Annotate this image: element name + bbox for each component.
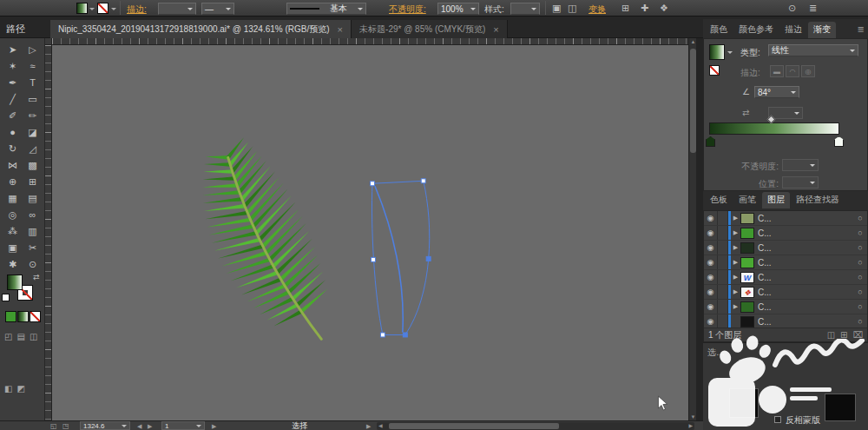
- screen-mode-icon[interactable]: ◧: [4, 384, 12, 394]
- perspective-grid-tool[interactable]: ⊞: [23, 174, 43, 190]
- zoom-dropdown[interactable]: 1324.6: [80, 421, 130, 430]
- gradient-stop-end[interactable]: [834, 136, 844, 147]
- anchor-point[interactable]: [426, 256, 431, 261]
- lock-toggle[interactable]: [718, 226, 728, 240]
- visibility-toggle-icon[interactable]: ◉: [704, 270, 718, 284]
- drawn-curve[interactable]: [375, 186, 403, 332]
- delete-layer-icon[interactable]: ⌧: [852, 330, 863, 340]
- palm-leaf-artwork[interactable]: [202, 137, 327, 339]
- target-circle-icon[interactable]: ○: [853, 273, 867, 281]
- slice-tool[interactable]: ✂: [23, 240, 43, 256]
- visibility-toggle-icon[interactable]: ◉: [704, 285, 718, 299]
- ruler-corner[interactable]: [45, 38, 52, 45]
- magic-wand-tool[interactable]: ✶: [3, 58, 23, 75]
- next-artboard-icon[interactable]: ▶: [148, 421, 152, 430]
- shape-builder-tool[interactable]: ⊕: [3, 174, 23, 190]
- lock-toggle[interactable]: [718, 314, 728, 328]
- style-dropdown[interactable]: [510, 3, 540, 15]
- make-mask-icon[interactable]: ◫: [827, 330, 835, 340]
- layer-row[interactable]: ◉ ▶ C... ○: [704, 226, 867, 241]
- stop-position-dropdown[interactable]: [782, 176, 819, 189]
- anchor-point[interactable]: [421, 179, 425, 183]
- visibility-toggle-icon[interactable]: ◉: [704, 255, 718, 269]
- horizontal-scroll-thumb[interactable]: [389, 423, 559, 429]
- reverse-gradient-icon[interactable]: ⇄: [742, 108, 749, 117]
- expand-arrow-icon[interactable]: ▶: [731, 215, 740, 222]
- hand-tool[interactable]: ✱: [3, 256, 23, 273]
- visibility-toggle-icon[interactable]: ◉: [704, 314, 718, 328]
- expand-arrow-icon[interactable]: ▶: [731, 259, 740, 266]
- panel-tab[interactable]: 颜色参考: [733, 22, 779, 38]
- last-artboard-icon[interactable]: ▶: [212, 421, 216, 430]
- line-segment-tool[interactable]: ╱: [3, 91, 23, 108]
- panel-tab[interactable]: 色板: [705, 192, 733, 208]
- doc-tab[interactable]: 未标题-29* @ 85% (CMYK/预览) ×: [352, 20, 508, 38]
- color-mode-button[interactable]: [5, 311, 16, 322]
- anchor-point[interactable]: [371, 257, 375, 261]
- opacity-dropdown[interactable]: 100%: [437, 3, 479, 15]
- object-thumbnail[interactable]: [729, 388, 759, 418]
- stroke-gradient-along-button[interactable]: ◠: [786, 65, 799, 77]
- artboard-navigation-dropdown[interactable]: 1: [161, 421, 205, 430]
- panel-tab[interactable]: 渐变: [808, 22, 836, 38]
- pathfinder-icon[interactable]: ❖: [660, 3, 668, 14]
- workspace-menu-icon[interactable]: ≣: [809, 3, 817, 14]
- anchor-point[interactable]: [380, 333, 385, 337]
- opacity-panel-link[interactable]: 不透明度:: [389, 3, 426, 16]
- transform-panel-link[interactable]: 变换: [589, 3, 606, 16]
- lock-toggle[interactable]: [718, 211, 728, 225]
- panel-menu-icon[interactable]: ≣: [858, 24, 865, 34]
- gradient-slider[interactable]: [709, 122, 839, 135]
- zoom-tool[interactable]: ⊙: [23, 256, 43, 273]
- mesh-tool[interactable]: ▦: [3, 190, 23, 207]
- doc-tab-close-icon[interactable]: ×: [493, 24, 498, 35]
- scale-tool[interactable]: ◿: [23, 141, 43, 157]
- change-screen-mode-icon[interactable]: ◩: [16, 384, 24, 394]
- lock-toggle[interactable]: [718, 270, 728, 284]
- blob-brush-tool[interactable]: ●: [3, 124, 23, 141]
- canvas[interactable]: [52, 45, 688, 420]
- symbol-sprayer-tool[interactable]: ⁂: [3, 223, 23, 240]
- lock-toggle[interactable]: [718, 300, 728, 314]
- selected-path[interactable]: [371, 179, 431, 337]
- swap-fill-stroke-icon[interactable]: ⇄: [33, 273, 40, 281]
- width-profile-dropdown[interactable]: —: [201, 3, 234, 15]
- doc-tab[interactable]: Nipic_3350424_20190413172918819000.ai* @…: [50, 20, 352, 38]
- stop-opacity-dropdown[interactable]: [782, 159, 819, 171]
- layer-row[interactable]: ◉ ▶ C... ○: [704, 255, 867, 270]
- rotate-tool[interactable]: ↻: [3, 141, 23, 157]
- visibility-toggle-icon[interactable]: ◉: [704, 300, 718, 314]
- lock-toggle[interactable]: [718, 241, 728, 255]
- gradient-swatch-arrow-icon[interactable]: [727, 51, 733, 56]
- eraser-tool[interactable]: ◪: [23, 124, 43, 141]
- free-transform-tool[interactable]: ▩: [23, 157, 43, 174]
- horizontal-scrollbar[interactable]: ◀ ▶: [377, 422, 694, 430]
- eyedropper-tool[interactable]: ◎: [3, 207, 23, 223]
- blend-tool[interactable]: ∞: [23, 207, 43, 223]
- stroke-color-swatch[interactable]: [97, 3, 108, 14]
- preferences-icon[interactable]: ◫: [568, 3, 576, 14]
- vertical-scrollbar[interactable]: ▲ ▼: [688, 38, 696, 420]
- target-circle-icon[interactable]: ○: [853, 288, 867, 296]
- search-icon[interactable]: ⊙: [788, 3, 796, 14]
- lock-toggle[interactable]: [718, 285, 728, 299]
- panel-tab[interactable]: 画笔: [733, 192, 761, 208]
- type-tool[interactable]: T: [23, 75, 43, 91]
- fill-indicator-swatch[interactable]: [7, 275, 23, 290]
- layer-row[interactable]: ◉ ▶ ❖ C... ○: [704, 285, 867, 300]
- add-icon[interactable]: ✚: [641, 3, 648, 14]
- anchor-point[interactable]: [371, 182, 375, 186]
- selection-outline[interactable]: [372, 181, 429, 334]
- layer-row[interactable]: ◉ ▶ W C... ○: [704, 270, 867, 285]
- mask-thumbnail[interactable]: [825, 394, 856, 421]
- target-circle-icon[interactable]: ○: [853, 243, 867, 252]
- layer-row[interactable]: ◉ ▶ C... ○: [704, 241, 867, 255]
- panel-tab[interactable]: 描边: [779, 22, 807, 38]
- column-graph-tool[interactable]: ▥: [23, 223, 43, 240]
- artboard-tool[interactable]: ▣: [3, 240, 23, 256]
- paintbrush-tool[interactable]: ✐: [3, 108, 23, 124]
- default-fill-stroke-icon[interactable]: [2, 294, 10, 301]
- anchor-point[interactable]: [403, 333, 407, 337]
- none-mode-button[interactable]: [30, 311, 41, 322]
- doc-tab-close-icon[interactable]: ×: [338, 24, 343, 35]
